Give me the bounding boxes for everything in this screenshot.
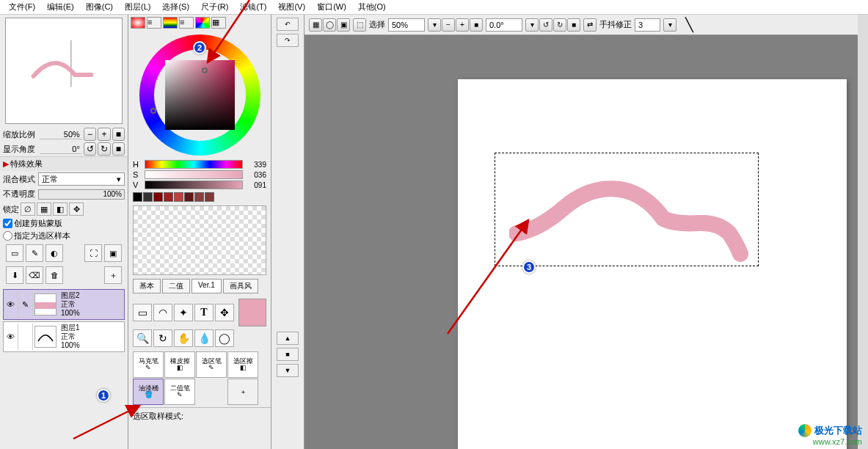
- tab-ver1[interactable]: Ver.1: [192, 279, 222, 293]
- zoom-reset-button[interactable]: ■: [112, 128, 125, 141]
- shape-tool[interactable]: ◯: [215, 329, 234, 347]
- hsv-slider-tab[interactable]: [163, 17, 178, 29]
- scrollbar-vertical[interactable]: [858, 15, 868, 449]
- mini-redo[interactable]: ↷: [277, 34, 299, 47]
- brush-add[interactable]: ＋: [227, 379, 258, 405]
- layer-group-button[interactable]: ▣: [104, 244, 122, 262]
- sat-slider[interactable]: [145, 170, 243, 179]
- edit-icon[interactable]: ✎: [18, 291, 33, 318]
- swatch[interactable]: [194, 192, 204, 202]
- val-slider[interactable]: [145, 180, 243, 189]
- fx-header[interactable]: ▶特殊效果: [0, 156, 128, 171]
- zoom-in-button[interactable]: +: [98, 128, 110, 141]
- blend-mode-select[interactable]: 正常: [38, 172, 125, 186]
- scratch-tab[interactable]: ▦: [211, 17, 226, 29]
- menu-filter[interactable]: 滤镜(T): [234, 0, 272, 14]
- menu-window[interactable]: 窗口(W): [311, 0, 352, 14]
- scratchpad[interactable]: [133, 205, 266, 275]
- tb-rot-reset[interactable]: ■: [567, 18, 580, 32]
- tab-paint[interactable]: 画具风: [223, 279, 258, 293]
- tb-zoom-dd[interactable]: ▾: [428, 18, 441, 32]
- swatch[interactable]: [174, 192, 183, 202]
- color-wheel[interactable]: [128, 31, 271, 159]
- menu-image[interactable]: 图像(C): [80, 0, 119, 14]
- edit-icon[interactable]: [18, 324, 33, 350]
- line-tool-icon[interactable]: ╲: [685, 17, 693, 33]
- brush-eraser[interactable]: 橡皮擦◧: [164, 351, 195, 378]
- tb-zoom-fit[interactable]: ■: [470, 18, 483, 32]
- tb-zoom-in[interactable]: +: [456, 18, 469, 32]
- lasso-tool[interactable]: ◠: [153, 304, 172, 321]
- angle-value[interactable]: 0°: [40, 145, 82, 154]
- angle-input[interactable]: [486, 18, 522, 32]
- current-color-chip[interactable]: [238, 299, 266, 326]
- merge-down-button[interactable]: ⬇: [6, 266, 23, 284]
- tab-basic[interactable]: 基本: [133, 279, 161, 293]
- mini-up[interactable]: ▲: [277, 332, 299, 345]
- visibility-icon[interactable]: 👁: [4, 291, 18, 318]
- zoom-value[interactable]: 50%: [40, 130, 82, 139]
- tb-angle-dd[interactable]: ▾: [525, 18, 539, 32]
- menu-ruler[interactable]: 尺子(R): [195, 0, 234, 14]
- lock-pixels-button[interactable]: ▦: [37, 202, 51, 216]
- brush-binary[interactable]: 二值笔✎: [164, 379, 195, 405]
- gray-tab[interactable]: ≡: [179, 17, 194, 29]
- swatch[interactable]: [164, 192, 173, 202]
- hue-slider[interactable]: [145, 160, 243, 169]
- zoom-out-button[interactable]: −: [84, 128, 96, 141]
- swatch[interactable]: [143, 192, 153, 202]
- swatch[interactable]: [205, 192, 214, 202]
- menu-view[interactable]: 视图(V): [272, 0, 311, 14]
- layer-mask-button[interactable]: ◐: [45, 244, 63, 262]
- flip-h-button[interactable]: ⇄: [583, 18, 597, 32]
- rotate-cw-button[interactable]: ↻: [98, 142, 110, 156]
- tb-btn1[interactable]: ▦: [309, 18, 322, 32]
- select-icon[interactable]: ⬚: [353, 18, 366, 32]
- move-tool[interactable]: ✥: [215, 304, 234, 321]
- opacity-slider[interactable]: 100%: [38, 189, 125, 200]
- mini-undo[interactable]: ↶: [277, 18, 299, 31]
- mini-down[interactable]: ▼: [277, 364, 299, 377]
- lock-move-button[interactable]: ✥: [69, 202, 84, 216]
- menu-layer[interactable]: 图层(L): [119, 0, 156, 14]
- menu-other[interactable]: 其他(O): [352, 0, 392, 14]
- layer-item-2[interactable]: 👁 ✎ 图层2 正常 100%: [3, 289, 125, 320]
- tb-btn3[interactable]: ▣: [337, 18, 350, 32]
- swatch[interactable]: [184, 192, 194, 202]
- clip-mask-checkbox[interactable]: [3, 219, 12, 228]
- new-layer-button[interactable]: ▭: [6, 244, 23, 262]
- brush-marker[interactable]: 马克笔✎: [133, 351, 164, 378]
- brush-bucket[interactable]: 油漆桶🪣: [133, 379, 164, 405]
- stab-input[interactable]: [635, 18, 660, 32]
- mini-center[interactable]: ■: [277, 348, 299, 361]
- lock-alpha-button[interactable]: ◧: [53, 202, 68, 216]
- wand-tool[interactable]: ✦: [174, 304, 193, 321]
- text-tool[interactable]: T: [194, 304, 214, 321]
- swatch[interactable]: [153, 192, 163, 202]
- hue-cursor[interactable]: [150, 108, 156, 114]
- new-linework-button[interactable]: ✎: [26, 244, 43, 262]
- tb-btn2[interactable]: ◯: [323, 18, 336, 32]
- zoom-input[interactable]: [388, 18, 425, 32]
- tb-zoom-out[interactable]: −: [442, 18, 455, 32]
- layer-item-1[interactable]: 👁 图层1 正常 100%: [3, 321, 125, 352]
- clear-layer-button[interactable]: ⌫: [26, 266, 43, 284]
- tb-rot-cw[interactable]: ↻: [553, 18, 566, 32]
- menu-file[interactable]: 文件(F): [3, 0, 41, 14]
- stab-dd[interactable]: ▾: [663, 18, 676, 32]
- brush-sel-erase[interactable]: 选区擦◧: [227, 351, 258, 378]
- rotate-ccw-button[interactable]: ↺: [84, 142, 96, 156]
- canvas[interactable]: [458, 79, 847, 449]
- visibility-icon[interactable]: 👁: [4, 324, 18, 350]
- menu-select[interactable]: 选择(S): [156, 0, 195, 14]
- angle-reset-button[interactable]: ■: [112, 142, 125, 156]
- layer-add-button[interactable]: ＋: [104, 266, 122, 284]
- rect-select-tool[interactable]: ▭: [133, 304, 152, 321]
- sel-sample-radio[interactable]: [3, 231, 12, 241]
- sv-cursor[interactable]: [202, 67, 208, 73]
- eyedropper-tool[interactable]: 💧: [194, 329, 214, 347]
- rotate-tool[interactable]: ↻: [153, 329, 172, 347]
- hand-tool[interactable]: ✋: [174, 329, 193, 347]
- tb-rot-ccw[interactable]: ↺: [539, 18, 552, 32]
- swatch[interactable]: [133, 192, 142, 202]
